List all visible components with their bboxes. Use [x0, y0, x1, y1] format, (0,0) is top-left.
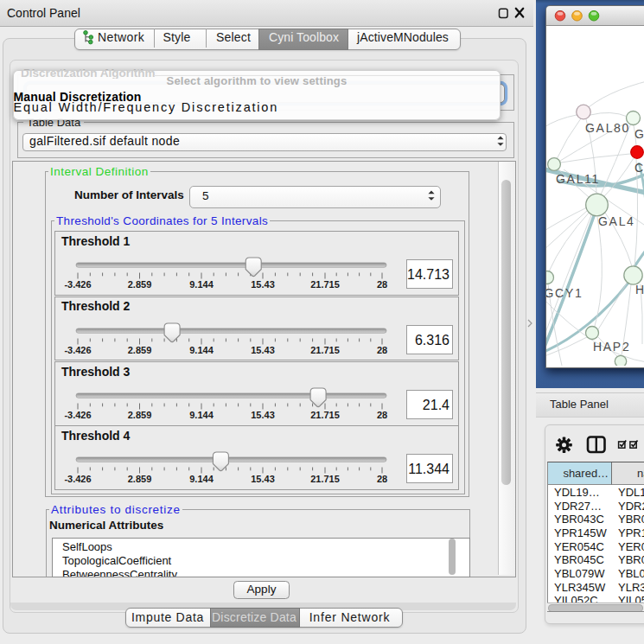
svg-text:21.715: 21.715	[310, 474, 340, 484]
svg-text:-3.426: -3.426	[64, 345, 91, 355]
svg-text:HAP2: HAP2	[593, 340, 630, 354]
svg-text:GAL11: GAL11	[556, 172, 600, 186]
svg-text:-3.426: -3.426	[64, 279, 91, 290]
svg-text:21.715: 21.715	[310, 410, 340, 420]
svg-text:28: 28	[377, 345, 387, 355]
svg-text:15.43: 15.43	[251, 279, 275, 290]
svg-text:-3.426: -3.426	[64, 410, 91, 420]
svg-text:21.715: 21.715	[310, 279, 340, 290]
svg-text:GCY1: GCY1	[546, 286, 583, 300]
svg-text:CY: CY	[634, 161, 644, 175]
svg-text:9.144: 9.144	[189, 345, 214, 355]
svg-text:2.859: 2.859	[128, 279, 152, 290]
svg-text:-3.426: -3.426	[64, 474, 91, 484]
svg-text:HA: HA	[635, 283, 644, 296]
svg-text:9.144: 9.144	[189, 474, 214, 484]
svg-text:15.43: 15.43	[251, 345, 275, 355]
svg-text:9.144: 9.144	[189, 279, 214, 290]
svg-text:2.859: 2.859	[128, 345, 152, 355]
svg-text:GAL80: GAL80	[585, 121, 630, 135]
svg-text:15.43: 15.43	[251, 474, 275, 484]
svg-text:28: 28	[377, 410, 387, 420]
svg-text:2.859: 2.859	[128, 410, 152, 420]
svg-text:9.144: 9.144	[189, 410, 214, 420]
svg-text:GAL: GAL	[634, 127, 644, 141]
svg-text:GAL4: GAL4	[598, 214, 635, 228]
svg-text:15.43: 15.43	[251, 410, 275, 420]
svg-text:28: 28	[377, 474, 387, 484]
svg-text:28: 28	[377, 279, 387, 290]
svg-text:2.859: 2.859	[128, 474, 152, 484]
svg-text:21.715: 21.715	[310, 345, 340, 355]
